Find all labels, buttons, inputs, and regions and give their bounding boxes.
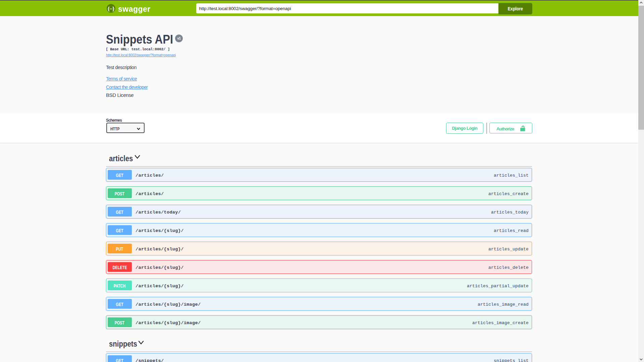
svg-text:{: { (108, 6, 110, 11)
svg-text:}: } (112, 6, 114, 11)
